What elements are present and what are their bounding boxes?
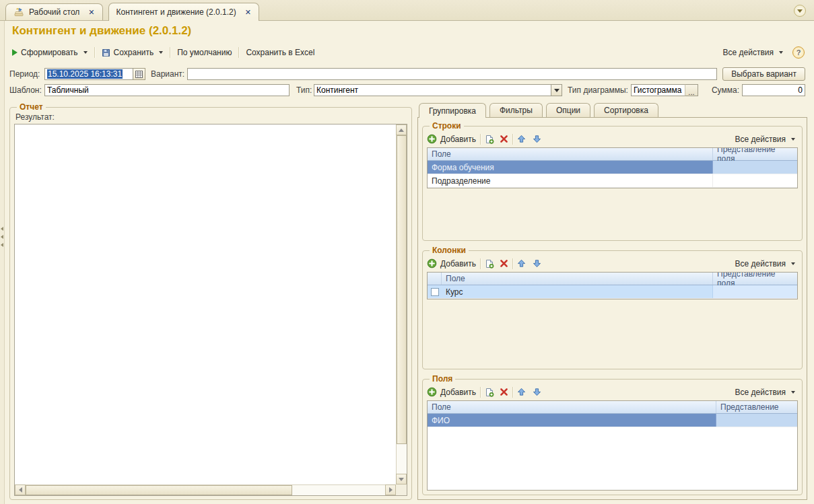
toolbar-separator (170, 47, 170, 58)
arrow-left-icon (19, 487, 22, 493)
arrow-down-icon (533, 259, 541, 268)
generate-button[interactable]: Сформировать (9, 46, 90, 59)
save-excel-button[interactable]: Сохранить в Excel (243, 46, 317, 59)
combo-arrow-button[interactable] (551, 84, 562, 96)
table-row[interactable]: ФИО (428, 414, 797, 427)
settings-tab-bar: Группировка Фильтры Опции Сортировка (417, 102, 807, 117)
chevron-down-icon (797, 9, 803, 13)
add-button[interactable]: Добавить (427, 258, 476, 268)
close-icon[interactable]: ✕ (245, 9, 251, 16)
horizontal-scroll-thumb[interactable] (26, 485, 292, 495)
sum-input[interactable] (742, 84, 805, 96)
chart-type-input[interactable] (631, 84, 685, 96)
field-cell: Форма обучения (428, 161, 713, 174)
move-up-button[interactable] (517, 259, 526, 268)
tab-label: Контингент и движение (2.0.1.2) (116, 7, 236, 17)
save-button[interactable]: Сохранить (99, 46, 166, 59)
ellipsis-button[interactable]: ... (685, 84, 698, 96)
tab-sorting[interactable]: Сортировка (594, 103, 658, 117)
default-button[interactable]: По умолчанию (174, 46, 234, 59)
floppy-icon (102, 48, 110, 57)
result-horizontal-scrollbar[interactable] (15, 484, 396, 495)
plus-icon (427, 387, 437, 397)
page-title: Контингент и движение (2.0.1.2) (12, 24, 191, 38)
result-vertical-scrollbar[interactable] (396, 124, 407, 484)
toolbar-separator (238, 47, 239, 58)
chart-type-field[interactable]: ... (631, 84, 698, 96)
scroll-down-button[interactable] (396, 474, 407, 484)
type-combo[interactable] (314, 84, 562, 96)
play-icon (12, 49, 18, 56)
arrow-down-icon (533, 388, 541, 396)
dropdown-arrow-icon (779, 51, 783, 54)
rows-toolbar: Добавить (427, 131, 798, 147)
tab-options[interactable]: Опции (546, 103, 590, 117)
delete-icon (500, 135, 508, 143)
table-row[interactable]: Курс (428, 285, 797, 299)
table-header: Поле Представление поля (428, 273, 797, 285)
dropdown-arrow-icon (159, 51, 163, 54)
column-header-field: Поле (428, 401, 716, 413)
add-copy-button[interactable] (485, 388, 494, 397)
dropdown-arrow-icon (83, 51, 88, 54)
chart-type-label: Тип диаграммы: (568, 85, 628, 95)
column-header-representation: Представление (716, 401, 797, 413)
delete-button[interactable] (500, 135, 508, 143)
tab-grouping[interactable]: Группировка (419, 103, 486, 118)
period-input[interactable]: 15.10.2025 16:13:31 (44, 68, 133, 80)
delete-button[interactable] (500, 259, 508, 268)
window-tab-desktop[interactable]: Рабочий стол ✕ (5, 3, 103, 20)
toolbar-separator (480, 134, 481, 145)
calendar-button[interactable] (133, 68, 145, 80)
window-tab-report[interactable]: Контингент и движение (2.0.1.2) ✕ (108, 3, 259, 21)
all-actions-button[interactable]: Все действия (733, 258, 798, 270)
all-actions-button[interactable]: Все действия (733, 386, 798, 398)
add-copy-button[interactable] (485, 135, 494, 144)
help-button[interactable]: ? (792, 46, 805, 59)
table-row[interactable]: Форма обучения (428, 161, 797, 174)
scroll-up-button[interactable] (396, 124, 407, 135)
add-copy-button[interactable] (485, 259, 494, 268)
tab-list-button[interactable] (794, 5, 806, 17)
close-icon[interactable]: ✕ (88, 9, 94, 16)
table-row[interactable]: Подразделение (428, 174, 797, 188)
representation-cell (713, 285, 797, 298)
result-area[interactable] (14, 124, 407, 496)
variant-label: Вариант: (151, 69, 187, 79)
tab-filters[interactable]: Фильтры (489, 103, 543, 117)
choose-variant-button[interactable]: Выбрать вариант (722, 67, 805, 81)
all-actions-button[interactable]: Все действия (733, 133, 798, 145)
desktop-icon (13, 7, 24, 17)
rows-table: Поле Представление поля Форма обучения П… (427, 147, 798, 188)
type-input[interactable] (314, 84, 551, 96)
fields-group-title: Поля (430, 374, 455, 384)
scroll-left-button[interactable] (15, 484, 26, 495)
move-down-button[interactable] (533, 388, 541, 396)
move-down-button[interactable] (533, 135, 541, 143)
add-button[interactable]: Добавить (427, 387, 476, 397)
move-up-button[interactable] (517, 388, 526, 396)
toolbar-separator (512, 134, 513, 145)
arrow-right-icon (389, 487, 393, 493)
fields-toolbar: Добавить (427, 384, 798, 400)
arrow-down-icon (399, 478, 404, 481)
add-button[interactable]: Добавить (427, 134, 476, 144)
template-input[interactable] (44, 84, 290, 96)
all-actions-button[interactable]: Все действия (720, 46, 786, 59)
delete-button[interactable] (500, 388, 508, 396)
variant-input[interactable] (187, 68, 717, 80)
scroll-right-button[interactable] (385, 484, 396, 495)
representation-cell (713, 174, 797, 187)
period-selected-text: 15.10.2025 16:13:31 (47, 69, 123, 79)
dropdown-arrow-icon (791, 262, 795, 265)
table-header: Поле Представление (428, 401, 797, 414)
table-empty-area (428, 427, 797, 490)
move-down-button[interactable] (533, 259, 541, 268)
move-up-button[interactable] (517, 135, 526, 143)
calendar-icon (135, 71, 143, 78)
left-splitter-handle[interactable] (0, 21, 5, 504)
template-label: Шаблон: (9, 85, 44, 95)
row-checkbox[interactable] (431, 288, 439, 296)
vertical-scroll-thumb[interactable] (397, 135, 407, 444)
settings-panel: Группировка Фильтры Опции Сортировка Стр… (417, 102, 807, 500)
